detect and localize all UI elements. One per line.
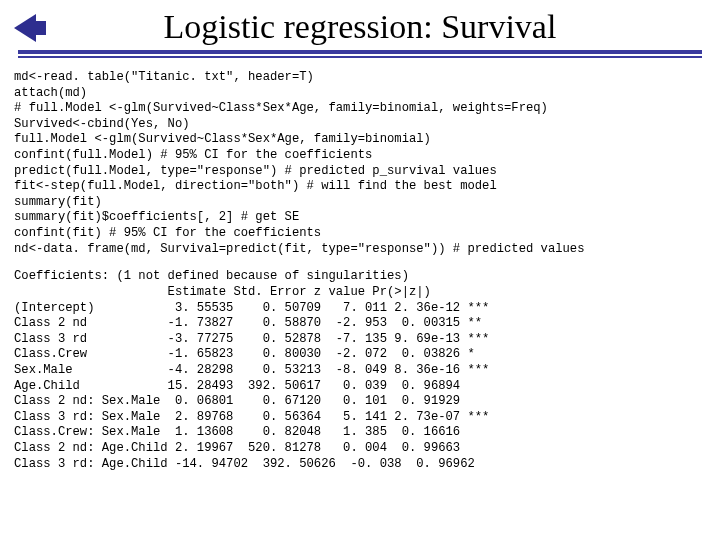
code-line: confint(fit) # 95% CI for the coefficien…	[14, 226, 321, 240]
code-line: # full.Model <-glm(Survived~Class*Sex*Ag…	[14, 101, 548, 115]
code-line: fit<-step(full.Model, direction="both") …	[14, 179, 497, 193]
coef-row: Class 2 nd: Sex.Male 0. 06801 0. 67120 0…	[14, 394, 460, 408]
coef-row: Class 3 rd: Sex.Male 2. 89768 0. 56364 5…	[14, 410, 489, 424]
coef-row: Class.Crew: Sex.Male 1. 13608 0. 82048 1…	[14, 425, 460, 439]
code-line: md<-read. table("Titanic. txt", header=T…	[14, 70, 314, 84]
slide: Logistic regression: Survival md<-read. …	[0, 0, 720, 540]
code-line: full.Model <-glm(Survived~Class*Sex*Age,…	[14, 132, 431, 146]
coef-colhead: Estimate Std. Error z value Pr(>|z|)	[14, 285, 431, 299]
slide-title: Logistic regression: Survival	[0, 0, 720, 50]
code-block: md<-read. table("Titanic. txt", header=T…	[0, 64, 720, 472]
coef-row: Age.Child 15. 28493 392. 50617 0. 039 0.…	[14, 379, 460, 393]
code-line: confint(full.Model) # 95% CI for the coe…	[14, 148, 372, 162]
coef-row: Class 2 nd: Age.Child 2. 19967 520. 8127…	[14, 441, 460, 455]
coef-header: Coefficients: (1 not defined because of …	[14, 269, 409, 283]
coef-row: Sex.Male -4. 28298 0. 53213 -8. 049 8. 3…	[14, 363, 489, 377]
coef-row: (Intercept) 3. 55535 0. 50709 7. 011 2. …	[14, 301, 489, 315]
coef-row: Class.Crew -1. 65823 0. 80030 -2. 072 0.…	[14, 347, 475, 361]
back-arrow-icon[interactable]	[14, 14, 36, 42]
code-line: nd<-data. frame(md, Survival=predict(fit…	[14, 242, 584, 256]
coef-row: Class 2 nd -1. 73827 0. 58870 -2. 953 0.…	[14, 316, 482, 330]
code-line: summary(fit)	[14, 195, 102, 209]
code-line: Survived<-cbind(Yes, No)	[14, 117, 190, 131]
code-line: summary(fit)$coefficients[, 2] # get SE	[14, 210, 299, 224]
code-line: attach(md)	[14, 86, 87, 100]
coef-row: Class 3 rd -3. 77275 0. 52878 -7. 135 9.…	[14, 332, 489, 346]
code-line: predict(full.Model, type="response") # p…	[14, 164, 497, 178]
title-rule	[18, 50, 702, 58]
coef-row: Class 3 rd: Age.Child -14. 94702 392. 50…	[14, 457, 475, 471]
